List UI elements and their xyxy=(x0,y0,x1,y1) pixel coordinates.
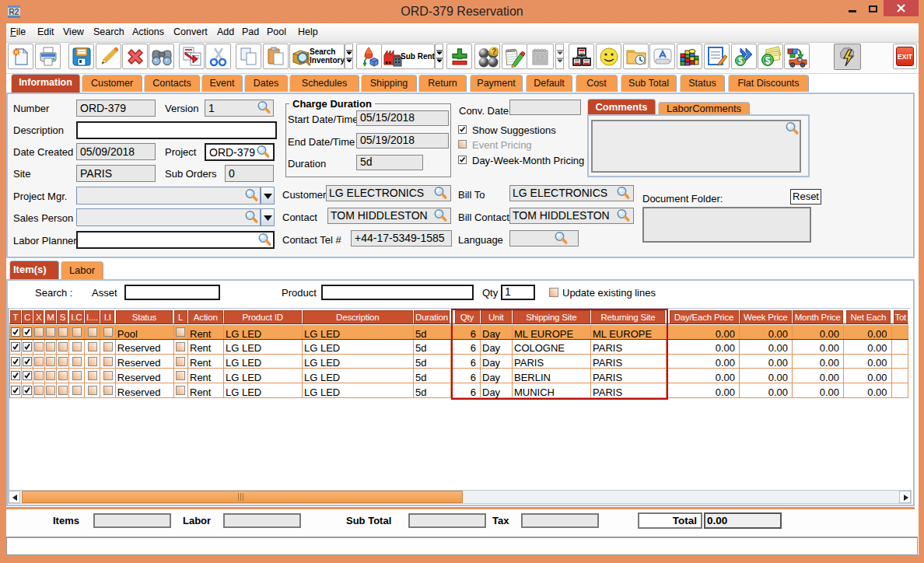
svg-text:?: ? xyxy=(491,47,495,56)
svg-text:$: $ xyxy=(738,56,743,65)
svg-text:$: $ xyxy=(765,54,770,65)
